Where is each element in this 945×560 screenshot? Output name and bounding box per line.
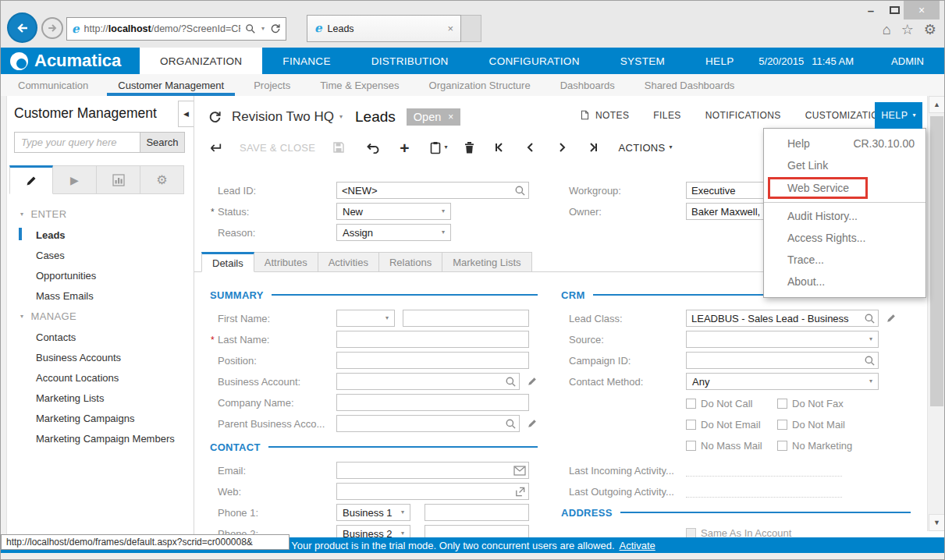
- help-menu-item-get-link[interactable]: Get Link: [764, 154, 925, 176]
- subnav-organization-structure[interactable]: Organization Structure: [418, 74, 542, 96]
- tree-group-enter[interactable]: ▾ ENTER: [8, 204, 194, 225]
- tab-details[interactable]: Details: [201, 252, 254, 272]
- subnav-projects[interactable]: Projects: [243, 74, 301, 96]
- files-button[interactable]: FILES: [653, 110, 680, 121]
- subnav-dashboards[interactable]: Dashboards: [549, 74, 626, 96]
- window-minimize-button[interactable]: –: [859, 1, 883, 19]
- title-prefix-select[interactable]: ▾: [336, 310, 395, 327]
- screen-refresh-icon[interactable]: [208, 111, 222, 124]
- subnav-time-expenses[interactable]: Time & Expenses: [309, 74, 410, 96]
- settings-gear-icon[interactable]: ⚙: [924, 23, 936, 37]
- checkbox-do-not-fax[interactable]: Do Not Fax: [777, 398, 844, 409]
- activate-link[interactable]: Activate: [620, 540, 655, 551]
- actions-menu-button[interactable]: ACTIONS ▾: [619, 142, 673, 154]
- checkbox-icon[interactable]: [777, 441, 787, 451]
- reason-select[interactable]: Assign ▾: [336, 224, 451, 241]
- scrollbar-thumb[interactable]: [930, 116, 943, 406]
- tree-group-manage[interactable]: ▾ MANAGE: [8, 306, 194, 327]
- browser-forward-button[interactable]: [41, 17, 63, 39]
- sidebar-tab-setup[interactable]: ⚙: [140, 165, 184, 194]
- lookup-icon[interactable]: [505, 418, 517, 430]
- nav-item-system[interactable]: SYSTEM: [600, 48, 685, 74]
- nav-item-finance[interactable]: FINANCE: [262, 48, 350, 74]
- checkbox-icon[interactable]: [686, 420, 696, 430]
- lookup-icon[interactable]: [514, 185, 526, 197]
- sidebar-tab-reports[interactable]: [97, 165, 140, 194]
- weblink-icon[interactable]: [514, 486, 526, 498]
- filter-tag-close-icon[interactable]: ×: [448, 112, 453, 122]
- home-icon[interactable]: ⌂: [883, 23, 891, 37]
- contact-method-select[interactable]: Any ▾: [686, 373, 879, 390]
- lead-class-field[interactable]: LEADBUS - Sales Lead - Business: [686, 310, 879, 327]
- new-tab-button[interactable]: [461, 15, 481, 42]
- save-close-button[interactable]: SAVE & CLOSE: [240, 142, 315, 154]
- search-button[interactable]: Search: [140, 132, 185, 153]
- edit-pencil-icon[interactable]: [886, 313, 897, 324]
- business-account-field[interactable]: [336, 373, 520, 390]
- notes-button[interactable]: NOTES: [580, 109, 629, 121]
- status-select[interactable]: New ▾: [336, 203, 451, 220]
- customization-button[interactable]: CUSTOMIZATION: [805, 110, 886, 121]
- undo-icon[interactable]: [365, 142, 379, 154]
- address-bar[interactable]: e http://localhost/demo/?ScreenId=CR3010…: [66, 17, 286, 41]
- lookup-icon[interactable]: [864, 355, 876, 367]
- help-menu-item-about[interactable]: About...: [764, 271, 925, 292]
- sidebar-item-marketing-campaigns[interactable]: Marketing Campaigns: [8, 408, 194, 428]
- email-icon[interactable]: [513, 466, 526, 476]
- user-menu[interactable]: ADMIN: [891, 55, 924, 67]
- tab-close-icon[interactable]: ×: [447, 23, 453, 34]
- campaign-id-field[interactable]: [686, 352, 879, 369]
- phone1-type-select[interactable]: Business 1 ▾: [336, 504, 410, 521]
- nav-next-icon[interactable]: [556, 142, 567, 153]
- vertical-scrollbar[interactable]: ▲ ▼: [927, 96, 945, 531]
- checkbox-icon[interactable]: [686, 399, 696, 409]
- checkbox-no-marketing[interactable]: No Marketing: [777, 440, 852, 452]
- nav-item-distribution[interactable]: DISTRIBUTION: [351, 48, 469, 74]
- sidebar-tab-edit[interactable]: [9, 165, 53, 194]
- filter-tag-open[interactable]: Open ×: [407, 108, 461, 126]
- scroll-down-icon[interactable]: ▼: [929, 514, 945, 531]
- tab-marketing-lists[interactable]: Marketing Lists: [442, 252, 531, 272]
- sidebar-item-leads[interactable]: Leads: [8, 225, 194, 245]
- browser-tab-leads[interactable]: e Leads ×: [307, 15, 461, 42]
- phone1-field[interactable]: [425, 504, 529, 521]
- help-menu-item-trace[interactable]: Trace...: [764, 249, 925, 271]
- checkbox-do-not-mail[interactable]: Do Not Mail: [777, 419, 845, 431]
- sidebar-item-cases[interactable]: Cases: [8, 245, 194, 265]
- edit-pencil-icon[interactable]: [527, 376, 538, 387]
- sidebar-item-mass-emails[interactable]: Mass Emails: [8, 285, 194, 306]
- parent-account-field[interactable]: [336, 415, 520, 432]
- address-dropdown-icon[interactable]: ▾: [261, 26, 265, 32]
- add-new-button[interactable]: +: [400, 140, 409, 156]
- subnav-shared-dashboards[interactable]: Shared Dashboards: [634, 74, 746, 96]
- email-field[interactable]: [336, 462, 529, 479]
- sidebar-item-marketing-lists[interactable]: Marketing Lists: [8, 388, 194, 408]
- save-icon[interactable]: [332, 141, 345, 154]
- address-search-icon[interactable]: [245, 23, 256, 34]
- search-input[interactable]: Type your query here: [14, 132, 140, 153]
- notifications-button[interactable]: NOTIFICATIONS: [705, 110, 781, 121]
- help-menu-button[interactable]: HELP ▾: [875, 102, 922, 129]
- help-menu-item-access-rights[interactable]: Access Rights...: [764, 227, 925, 249]
- subnav-customer-management[interactable]: Customer Management: [107, 74, 235, 96]
- nav-item-configuration[interactable]: CONFIGURATION: [469, 48, 600, 74]
- address-refresh-icon[interactable]: [270, 23, 281, 34]
- delete-icon[interactable]: [464, 141, 475, 154]
- sidebar-collapse-button[interactable]: ◀: [178, 101, 194, 127]
- checkbox-do-not-email[interactable]: Do Not Email: [686, 419, 777, 431]
- web-field[interactable]: [336, 483, 529, 500]
- sidebar-item-opportunities[interactable]: Opportunities: [8, 265, 194, 285]
- nav-last-icon[interactable]: [588, 142, 599, 153]
- lead-id-field[interactable]: <NEW>: [336, 182, 529, 199]
- tab-attributes[interactable]: Attributes: [254, 252, 318, 272]
- browser-back-button[interactable]: [7, 12, 37, 43]
- nav-item-organization[interactable]: ORGANIZATION: [140, 48, 262, 74]
- address-url[interactable]: http://localhost/demo/?ScreenId=CR30100: [84, 23, 240, 34]
- checkbox-icon[interactable]: [686, 441, 696, 451]
- nav-first-icon[interactable]: [494, 142, 505, 153]
- company-name-field[interactable]: [336, 394, 529, 411]
- tab-activities[interactable]: Activities: [318, 252, 379, 272]
- tab-relations[interactable]: Relations: [379, 252, 442, 272]
- branch-selector[interactable]: Revision Two HQ ▾: [232, 109, 343, 125]
- checkbox-no-mass-mail[interactable]: No Mass Mail: [686, 440, 777, 452]
